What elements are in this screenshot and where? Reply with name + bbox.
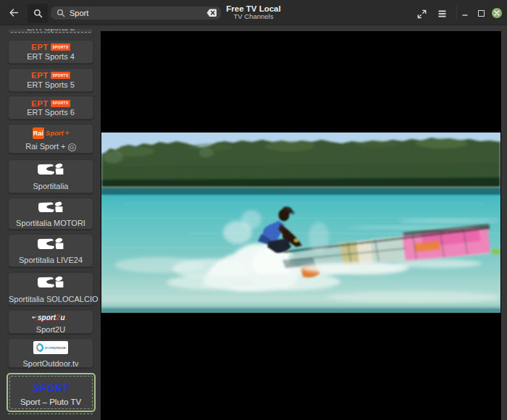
svg-text:2: 2	[55, 313, 60, 322]
svg-text:u: u	[61, 314, 65, 322]
svg-text:OUTDOOR.TV: OUTDOOR.TV	[53, 347, 67, 350]
svg-text:sport: sport	[38, 314, 56, 322]
